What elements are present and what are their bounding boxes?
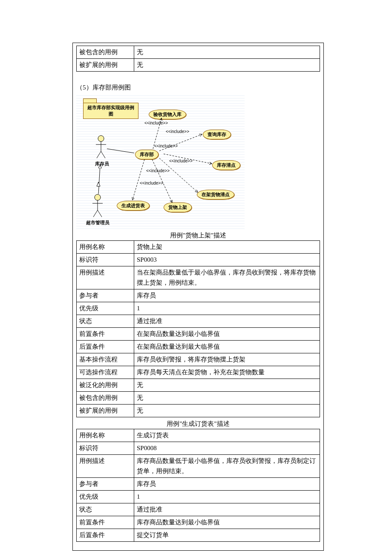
use-case-diagram: 超市库存部实现级用例图 验收货物入库 查询库存 库存部 库存清点 在架货物清点 … [76, 93, 245, 229]
usecase-inventory-check: 库存清点 [212, 160, 240, 170]
cell-label: 被包含的用例 [77, 392, 134, 405]
section-title: （5）库存部用例图 [76, 84, 320, 92]
cell-value: 库存商品数量达到最小临界值 [134, 516, 320, 529]
cell-label: 后置条件 [77, 341, 134, 353]
usecase-goods-on-shelf: 货物上架 [164, 202, 192, 212]
svg-line-9 [98, 210, 102, 217]
cell-value: SP0008 [134, 442, 320, 455]
page: 被包含的用例 无 被扩展的用例 无 （5）库存部用例图 超市库存部实现级用例图 … [0, 0, 392, 555]
cell-label: 被扩展的用例 [77, 59, 134, 72]
cell-value: 通过批准 [134, 315, 320, 328]
table-row: 前置条件在架商品数量达到最小临界值 [77, 328, 320, 341]
table-row: 优先级1 [77, 302, 320, 315]
table-row: 标识符SP0003 [77, 254, 320, 266]
table-row: 被泛化的用例无 [77, 379, 320, 392]
cell-value: 无 [134, 46, 320, 59]
cell-label: 状态 [77, 315, 134, 328]
table-row: 前置条件库存商品数量达到最小临界值 [77, 516, 320, 529]
table-row: 后置条件提交订货单 [77, 529, 320, 542]
cell-value: 1 [134, 491, 320, 503]
cell-label: 标识符 [77, 442, 134, 455]
cell-label: 优先级 [77, 491, 134, 503]
table-row: 用例名称货物上架 [77, 241, 320, 254]
cell-label: 被包含的用例 [77, 46, 134, 59]
include-label: <<include>> [146, 168, 170, 173]
cell-label: 后置条件 [77, 529, 134, 542]
include-label: <<include>> [154, 144, 178, 148]
cell-value: 货物上架 [134, 241, 320, 254]
cell-value: 1 [134, 302, 320, 315]
table-row: 被扩展的用例无 [77, 405, 320, 417]
cell-value: 库存员每天清点在架货物，补充在架货物数量 [134, 366, 320, 379]
cell-value: 在架商品数量达到最大临界值 [134, 341, 320, 353]
table-row: 被包含的用例 无 [77, 46, 320, 59]
cell-value: 生成订货表 [134, 429, 320, 442]
cell-label: 参与者 [77, 478, 134, 491]
table2-caption: 用例"生成订货表"描述 [76, 420, 320, 428]
usecase-check-goods-in: 验收货物入库 [149, 110, 186, 119]
table-row: 基本操作流程库存员收到警报，将库存货物摆上货架 [77, 353, 320, 366]
svg-line-18 [133, 159, 144, 200]
usecase-on-shelf-check: 在架货物清点 [197, 190, 234, 199]
cell-label: 标识符 [77, 254, 134, 266]
actor-supermarket-admin-icon [92, 194, 103, 217]
cell-label: 前置条件 [77, 516, 134, 529]
cell-value: 无 [134, 405, 320, 417]
cell-value: 库存商品数量低于最小临界值，库存员收到警报，库存员制定订货单，用例结束。 [134, 455, 320, 478]
svg-line-16 [159, 158, 198, 192]
table1-caption: 用例"货物上架"描述 [76, 231, 320, 240]
actor-supermarket-admin-label: 超市管理员 [85, 220, 110, 226]
cell-label: 用例描述 [77, 266, 134, 289]
cell-value: 库存员收到警报，将库存货物摆上货架 [134, 353, 320, 366]
cell-label: 被泛化的用例 [77, 379, 134, 392]
include-label: <<include>> [166, 129, 189, 134]
include-label: <<include>> [169, 159, 193, 163]
cell-value: 提交订货单 [134, 529, 320, 542]
actor-warehouse-clerk-icon [96, 136, 106, 158]
cell-value: 无 [134, 392, 320, 405]
svg-line-4 [101, 151, 105, 158]
table-row: 状态通过批准 [77, 315, 320, 328]
table1: 用例名称货物上架标识符SP0003用例描述当在架商品数量低于最小临界值，库存员收… [76, 240, 320, 417]
svg-marker-11 [97, 182, 100, 186]
cell-label: 参与者 [77, 289, 134, 302]
cell-value: 无 [134, 379, 320, 392]
svg-line-14 [159, 134, 202, 151]
svg-line-8 [93, 210, 98, 217]
cell-label: 用例名称 [77, 429, 134, 442]
cell-value: 无 [134, 59, 320, 72]
table-row: 用例描述库存商品数量低于最小临界值，库存员收到警报，库存员制定订货单，用例结束。 [77, 455, 320, 478]
table-row: 状态通过批准 [77, 503, 320, 516]
svg-point-0 [98, 136, 104, 142]
svg-point-5 [95, 194, 101, 200]
cell-label: 状态 [77, 503, 134, 516]
table-row: 用例描述当在架商品数量低于最小临界值，库存员收到警报，将库存货物摆上货架，用例结… [77, 266, 320, 289]
include-label: <<include>> [144, 121, 168, 125]
table-row: 参与者库存员 [77, 289, 320, 302]
table-row: 优先级1 [77, 491, 320, 503]
diagram-title-box: 超市库存部实现级用例图 [83, 103, 138, 119]
cell-label: 用例名称 [77, 241, 134, 254]
cell-label: 用例描述 [77, 455, 134, 478]
table-row: 参与者库存员 [77, 478, 320, 491]
cell-value: SP0003 [134, 254, 320, 266]
table-row: 被扩展的用例 无 [77, 59, 320, 72]
top-table: 被包含的用例 无 被扩展的用例 无 [76, 46, 320, 72]
usecase-generate-purchase: 生成进货表 [117, 201, 150, 211]
cell-value: 通过批准 [134, 503, 320, 516]
usecase-warehouse-dept: 库存部 [135, 150, 159, 159]
cell-value: 库存员 [134, 478, 320, 491]
cell-label: 前置条件 [77, 328, 134, 341]
table-row: 标识符SP0008 [77, 442, 320, 455]
content-frame: 被包含的用例 无 被扩展的用例 无 （5）库存部用例图 超市库存部实现级用例图 … [72, 43, 324, 551]
svg-line-3 [97, 151, 101, 158]
table-row: 可选操作流程库存员每天清点在架货物，补充在架货物数量 [77, 366, 320, 379]
diagram-title-text: 超市库存部实现级用例图 [87, 105, 134, 116]
cell-value: 库存员 [134, 289, 320, 302]
cell-value: 当在架商品数量低于最小临界值，库存员收到警报，将库存货物摆上货架，用例结束。 [134, 266, 320, 289]
usecase-query-inventory: 查询库存 [203, 130, 231, 139]
include-label: <<include>> [140, 181, 163, 185]
cell-label: 可选操作流程 [77, 366, 134, 379]
svg-line-10 [98, 165, 100, 194]
svg-line-12 [107, 149, 134, 153]
